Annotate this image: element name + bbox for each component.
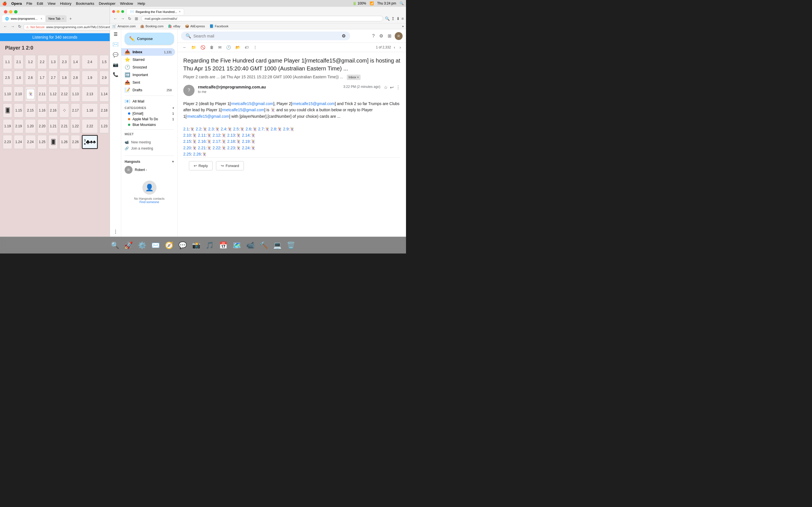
menu-bookmarks[interactable]: Bookmarks xyxy=(76,1,94,6)
back-to-inbox-icon[interactable]: ← xyxy=(181,44,188,51)
menu-opera[interactable]: Opera xyxy=(11,1,22,6)
reply-email-icon[interactable]: ↩ xyxy=(390,85,394,90)
card-1-23[interactable]: 1.23 xyxy=(100,119,109,133)
nav-all-mail[interactable]: 📧 All Mail xyxy=(121,98,175,105)
dock-calendar[interactable]: 📅 xyxy=(217,239,230,251)
tab-close-icon[interactable]: × xyxy=(41,17,42,20)
card-1-19[interactable]: 1.19 xyxy=(3,119,12,133)
labels-icon[interactable]: 🏷 xyxy=(243,44,250,51)
gmail-url-bar[interactable]: mail.google.com/mail/u/ xyxy=(141,16,383,21)
refresh-button[interactable]: ↻ xyxy=(17,24,22,29)
hangouts-find-link[interactable]: Find someone xyxy=(127,200,172,204)
email-card-link-2-2[interactable]: 2.2 xyxy=(196,127,201,131)
dock-safari[interactable]: 🧭 xyxy=(163,239,175,251)
card-2-18[interactable]: 2.18 xyxy=(100,103,109,117)
email-card-link-2-15[interactable]: 2.15 xyxy=(183,139,191,144)
email-card-link-2-20[interactable]: 2.20 xyxy=(183,146,191,150)
unread-icon[interactable]: ✉ xyxy=(216,44,223,51)
dock-mail[interactable]: ✉️ xyxy=(149,239,162,251)
card-2-3[interactable]: 2.3 xyxy=(59,55,69,69)
new-meeting-button[interactable]: 📹 New meeting xyxy=(124,139,174,145)
card-2-26[interactable]: 2.26 xyxy=(71,135,80,149)
card-1-3[interactable]: 1.3 xyxy=(49,55,58,69)
email-card-link-2-19[interactable]: 2.19 xyxy=(242,139,250,144)
card-2-20[interactable]: 2.20 xyxy=(38,119,47,133)
email-card-link-2-6[interactable]: 2.6 xyxy=(246,127,251,131)
email-link-sender1[interactable]: rmetcalfe15@gmail.com xyxy=(231,101,273,106)
back-button[interactable]: ← xyxy=(2,24,8,29)
tab-card-game[interactable]: 🌐 www.rjmprogramming.com.a... × xyxy=(2,15,45,22)
email-link-sender4[interactable]: rmetcalfe15@gmail.com xyxy=(187,114,229,119)
prev-email-icon[interactable]: ‹ xyxy=(392,44,397,51)
menu-developer[interactable]: Developer xyxy=(99,1,115,6)
card-2-2[interactable]: 2.2 xyxy=(38,55,47,69)
gmail-fullscreen-btn[interactable] xyxy=(121,10,124,13)
gmail-close-btn[interactable] xyxy=(112,10,115,13)
dock-maps[interactable]: 🗺️ xyxy=(231,239,243,251)
card-2-21[interactable]: 2.21 xyxy=(59,119,69,133)
card-special-2[interactable]: 🂠 xyxy=(3,103,12,117)
gmail-url-add-icon[interactable]: ⬇ xyxy=(396,16,400,21)
forward-button[interactable]: → xyxy=(10,24,16,29)
tab-close-new-icon[interactable]: × xyxy=(62,17,64,20)
email-card-link-2-11[interactable]: 2.11 xyxy=(198,133,206,137)
spam-icon[interactable]: 🚫 xyxy=(199,44,207,51)
card-2-1[interactable]: 2.1 xyxy=(14,55,23,69)
email-card-link-2-3[interactable]: 2.3 xyxy=(208,127,214,131)
menu-help[interactable]: Help xyxy=(138,1,145,6)
new-tab-button[interactable]: + xyxy=(67,15,74,22)
card-2-19[interactable]: 2.19 xyxy=(14,119,23,133)
card-1-4[interactable]: 1.4 xyxy=(71,55,80,69)
search-filter-icon[interactable]: ⚙ xyxy=(342,33,346,39)
gmail-refresh-button[interactable]: ↻ xyxy=(127,16,133,21)
gmail-tab[interactable]: ✉️ Regarding the Five Hundred... × xyxy=(126,8,184,15)
dock-system-prefs[interactable]: ⚙️ xyxy=(136,239,148,251)
menu-file[interactable]: File xyxy=(27,1,33,6)
gmail-url-search-icon[interactable]: 🔍 xyxy=(385,16,390,21)
card-selected[interactable]: 3 ♣ ♣ ♣♣ xyxy=(82,135,98,149)
card-1-25[interactable]: 1.25 xyxy=(38,135,47,149)
more-icon[interactable]: ⋮ xyxy=(252,44,259,51)
dock-music[interactable]: 🎵 xyxy=(204,239,216,251)
card-2-8[interactable]: 2.8 xyxy=(71,71,80,85)
card-1-8[interactable]: 1.8 xyxy=(59,71,69,85)
email-card-link-2-13[interactable]: 2.13 xyxy=(227,133,235,137)
email-link-sender2[interactable]: rmetcalfe15@gmail.com xyxy=(292,101,335,106)
category-blue-mountains[interactable]: Blue Mountains xyxy=(121,122,177,128)
categories-header[interactable]: Categories ▾ xyxy=(121,105,177,111)
email-card-link-2-23[interactable]: 2.23 xyxy=(227,146,235,150)
dock-finder[interactable]: 🔍 xyxy=(109,239,121,251)
card-1-6[interactable]: 1.6 xyxy=(14,71,23,85)
email-card-link-2-16[interactable]: 2.16 xyxy=(198,139,206,144)
email-card-link-2-9[interactable]: 2.9 xyxy=(283,127,289,131)
card-special-4[interactable]: 🂠 xyxy=(49,135,58,149)
compose-button[interactable]: ✏️ Compose xyxy=(124,33,174,45)
nav-sent[interactable]: 📤 Sent xyxy=(121,78,175,86)
gmail-forward-button[interactable]: → xyxy=(119,16,126,21)
card-1-26[interactable]: 1.26 xyxy=(59,135,69,149)
more-email-icon[interactable]: ⋮ xyxy=(396,85,400,90)
apple-menu[interactable]: 🍎 xyxy=(2,1,7,6)
dock-xcode[interactable]: 🔨 xyxy=(258,239,270,251)
gmail-min-btn[interactable] xyxy=(117,10,119,13)
menu-history[interactable]: History xyxy=(60,1,71,6)
email-card-link-2-4[interactable]: 2.4 xyxy=(221,127,226,131)
card-1-15[interactable]: 1.15 xyxy=(14,103,23,117)
menu-view[interactable]: View xyxy=(48,1,56,6)
card-2-10[interactable]: 2.10 xyxy=(14,87,23,102)
dock-facetime[interactable]: 📹 xyxy=(244,239,257,251)
card-2-4[interactable]: 2.4 xyxy=(82,55,98,69)
card-2-17[interactable]: 2.17 xyxy=(71,103,80,117)
card-1-18[interactable]: 1.18 xyxy=(82,103,98,117)
gmail-tab-close-icon[interactable]: × xyxy=(179,10,181,13)
card-special-3[interactable]: ⁘ xyxy=(59,103,69,117)
search-input[interactable] xyxy=(193,34,340,38)
dock-launchpad[interactable]: 🚀 xyxy=(122,239,135,251)
nav-important[interactable]: ➡️ Important xyxy=(121,71,175,78)
hangouts-add-icon[interactable]: + xyxy=(172,160,174,164)
card-2-23[interactable]: 2.23 xyxy=(3,135,12,149)
join-meeting-button[interactable]: 🔗 Join a meeting xyxy=(124,145,174,152)
card-1-20[interactable]: 1.20 xyxy=(25,119,36,133)
email-card-link-2-10[interactable]: 2.10 xyxy=(183,133,191,137)
category-apple-mail[interactable]: Apple Mail To Do 1 xyxy=(121,116,177,122)
